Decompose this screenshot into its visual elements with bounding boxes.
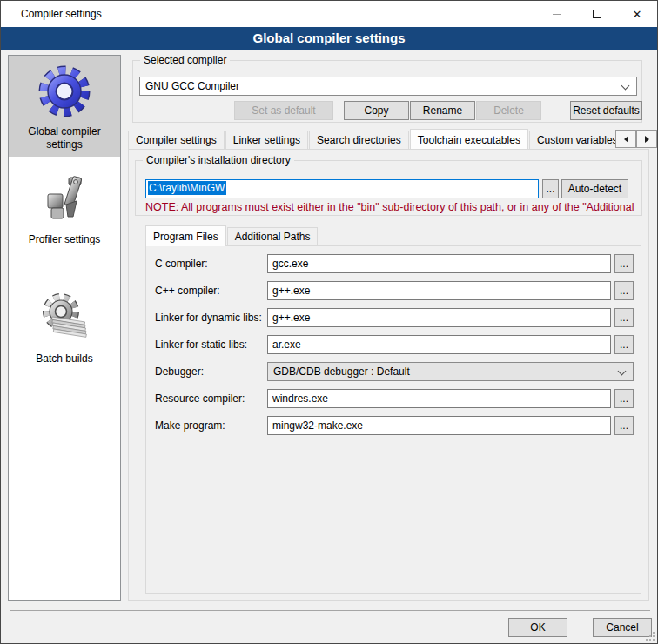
sidebar-item-profiler-settings[interactable]: Profiler settings <box>9 164 120 252</box>
linker-static-input[interactable] <box>267 335 611 354</box>
c-compiler-browse-button[interactable]: ... <box>614 254 634 273</box>
install-dir-browse-button[interactable]: ... <box>542 179 559 198</box>
footer-divider <box>10 610 650 611</box>
titlebar: Compiler settings ✕ <box>1 1 657 27</box>
install-dir-selected-text: C:\raylib\MinGW <box>148 181 226 195</box>
minimize-icon <box>553 14 561 15</box>
program-files-panel: C compiler: ... C++ compiler: ... Linker… <box>145 245 641 594</box>
maximize-icon <box>593 10 601 18</box>
profiler-caliper-icon <box>37 169 92 230</box>
make-program-label: Make program: <box>155 419 225 432</box>
tab-search-directories[interactable]: Search directories <box>309 131 409 149</box>
debugger-select-value: GDB/CDB debugger : Default <box>273 366 410 378</box>
debugger-label: Debugger: <box>155 366 204 378</box>
selected-compiler-group: Selected compiler GNU GCC Compiler Set a… <box>132 60 642 123</box>
chevron-down-icon <box>618 367 627 376</box>
close-button[interactable]: ✕ <box>617 2 657 27</box>
tab-linker-settings[interactable]: Linker settings <box>225 131 308 149</box>
resource-compiler-input[interactable] <box>267 389 611 408</box>
set-as-default-button[interactable]: Set as default <box>234 101 333 120</box>
reset-defaults-button[interactable]: Reset defaults <box>570 101 642 120</box>
copy-button[interactable]: Copy <box>344 101 409 120</box>
install-dir-group-label: Compiler's installation directory <box>143 154 294 166</box>
settings-tabstrip: Compiler settings Linker settings Search… <box>128 128 615 149</box>
chevron-down-icon <box>621 82 630 91</box>
sidebar-item-label: Profiler settings <box>19 233 110 246</box>
compiler-select-value: GNU GCC Compiler <box>145 80 239 92</box>
subtab-additional-paths[interactable]: Additional Paths <box>227 227 319 245</box>
tab-toolchain-executables[interactable]: Toolchain executables <box>410 129 528 149</box>
close-icon: ✕ <box>633 9 642 20</box>
triangle-left-icon <box>624 136 628 143</box>
resize-grip[interactable] <box>646 632 655 641</box>
window-title: Compiler settings <box>1 8 537 20</box>
linker-dynamic-label: Linker for dynamic libs: <box>155 312 262 324</box>
programs-subtabstrip: Program Files Additional Paths <box>145 225 511 245</box>
delete-button[interactable]: Delete <box>476 101 541 120</box>
c-compiler-label: C compiler: <box>155 258 208 270</box>
tab-custom-variables[interactable]: Custom variables <box>529 131 615 149</box>
cpp-compiler-browse-button[interactable]: ... <box>614 281 634 300</box>
linker-static-label: Linker for static libs: <box>155 339 247 351</box>
batch-builds-gear-icon <box>37 288 92 349</box>
resource-compiler-label: Resource compiler: <box>155 392 245 405</box>
subtab-program-files[interactable]: Program Files <box>145 225 226 246</box>
tab-scroll-left-button[interactable] <box>615 130 636 148</box>
compiler-select[interactable]: GNU GCC Compiler <box>139 77 637 96</box>
sidebar-item-label: Batch builds <box>19 352 110 366</box>
sidebar-item-global-compiler-settings[interactable]: Global compiler settings <box>9 56 120 157</box>
resource-compiler-browse-button[interactable]: ... <box>614 389 634 408</box>
settings-category-list: Global compiler settings <box>8 55 121 601</box>
compiler-settings-dialog: Compiler settings ✕ Global compiler sett… <box>0 0 658 644</box>
compiler-gear-icon <box>37 61 92 122</box>
rename-button[interactable]: Rename <box>410 101 475 120</box>
make-program-input[interactable] <box>267 416 611 435</box>
make-program-browse-button[interactable]: ... <box>614 416 634 435</box>
maximize-button[interactable] <box>577 2 617 27</box>
install-dir-note: NOTE: All programs must exist either in … <box>145 201 641 213</box>
linker-dynamic-input[interactable] <box>267 308 611 327</box>
install-dir-input[interactable]: C:\raylib\MinGW <box>145 179 539 198</box>
linker-dynamic-browse-button[interactable]: ... <box>614 308 634 327</box>
autodetect-button[interactable]: Auto-detect <box>561 179 628 198</box>
c-compiler-input[interactable] <box>267 254 611 273</box>
tab-scroll-right-button[interactable] <box>636 130 657 148</box>
ok-button[interactable]: OK <box>508 618 567 637</box>
tab-compiler-settings[interactable]: Compiler settings <box>128 131 225 149</box>
selected-compiler-group-label: Selected compiler <box>140 54 230 66</box>
triangle-right-icon <box>645 136 649 143</box>
page-title: Global compiler settings <box>1 27 657 50</box>
minimize-button[interactable] <box>537 2 577 27</box>
cpp-compiler-label: C++ compiler: <box>155 285 220 297</box>
debugger-select[interactable]: GDB/CDB debugger : Default <box>267 362 634 381</box>
cancel-button[interactable]: Cancel <box>593 618 652 637</box>
sidebar-item-label: Global compiler settings <box>19 125 110 151</box>
sidebar-item-batch-builds[interactable]: Batch builds <box>9 283 120 371</box>
cpp-compiler-input[interactable] <box>267 281 611 300</box>
linker-static-browse-button[interactable]: ... <box>614 335 634 354</box>
